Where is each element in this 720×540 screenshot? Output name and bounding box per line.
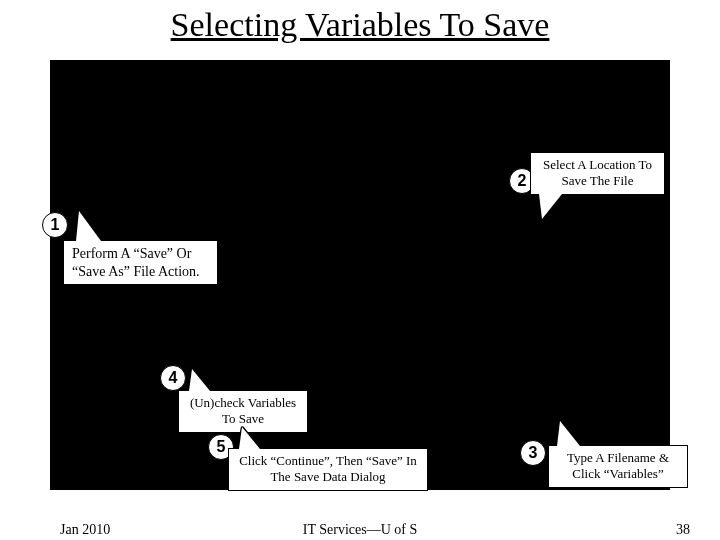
callout-1-text: Perform A “Save” Or “Save As” File Actio… [72,246,200,279]
callout-3: Type A Filename & Click “Variables” [548,445,688,488]
callout-tail [539,194,562,219]
callout-5: Click “Continue”, Then “Save” In The Sav… [228,448,428,491]
callout-3-text: Type A Filename & Click “Variables” [567,450,669,481]
callout-2: Select A Location To Save The File [530,152,665,195]
step-number-3: 3 [520,440,546,466]
callout-tail [557,421,580,446]
step-number-1: 1 [42,212,68,238]
callout-2-text: Select A Location To Save The File [543,157,652,188]
callout-tail [189,369,210,391]
callout-5-text: Click “Continue”, Then “Save” In The Sav… [239,453,417,484]
callout-4-text: (Un)check Variables To Save [190,395,296,426]
step-number-4: 4 [160,365,186,391]
callout-tail [239,427,260,449]
footer-org: IT Services—U of S [0,522,720,538]
callout-tail [76,211,101,241]
callout-1: Perform A “Save” Or “Save As” File Actio… [63,240,218,285]
slide-title: Selecting Variables To Save [0,0,720,44]
slide-number: 38 [676,522,690,538]
